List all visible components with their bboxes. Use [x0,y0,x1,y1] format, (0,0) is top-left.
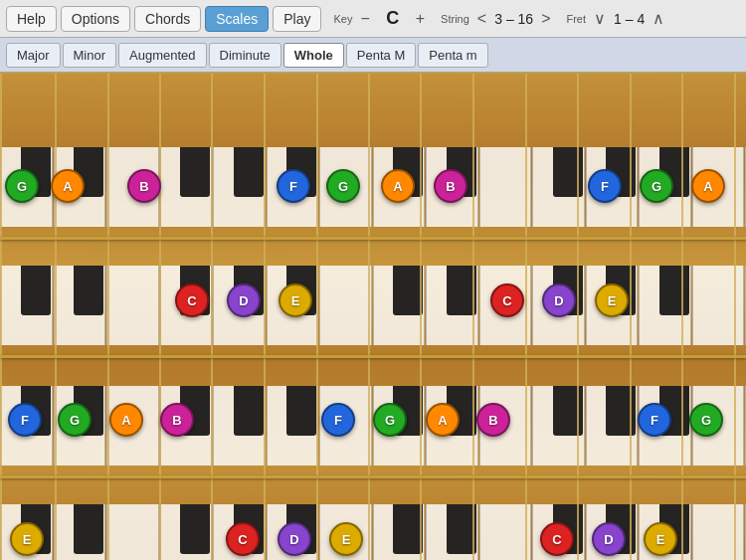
fret-line [264,74,266,560]
note-circle[interactable]: E [329,522,363,556]
options-button[interactable]: Options [61,6,130,32]
note-circle[interactable]: G [5,169,39,203]
note-circle[interactable]: E [595,283,629,317]
play-button[interactable]: Play [273,6,321,32]
note-circle[interactable]: E [10,522,44,556]
fret-next-button[interactable]: ∧ [649,7,668,30]
note-circle[interactable]: A [426,403,460,437]
fret-line [630,74,632,560]
fret-line [734,74,736,560]
fret-line [0,74,2,560]
piano-row [0,504,746,560]
note-circle[interactable]: A [691,169,725,203]
fret-line [525,74,527,560]
string-range: 3 – 16 [494,11,533,27]
note-circle[interactable]: B [160,403,194,437]
note-circle[interactable]: G [689,403,723,437]
toolbar: Help Options Chords Scales Play Key − C … [0,0,746,38]
chords-button[interactable]: Chords [134,6,201,32]
fret-prev-button[interactable]: ∨ [590,7,610,30]
key-value: C [378,8,408,29]
note-circle[interactable]: F [588,169,622,203]
string-label: String [441,13,469,25]
fret-line [55,74,57,560]
fret-line [420,74,422,560]
note-circle[interactable]: D [278,522,311,556]
note-circle[interactable]: B [476,403,510,437]
piano-row [0,266,746,345]
string-section: String < 3 – 16 > [441,8,554,30]
note-circle[interactable]: F [638,403,671,437]
note-circle[interactable]: C [490,283,524,317]
piano-row [0,147,746,227]
scale-tab-minor[interactable]: Minor [63,43,117,68]
note-circle[interactable]: G [58,403,92,437]
string-prev-button[interactable]: < [473,8,490,30]
note-circle[interactable]: B [127,169,161,203]
note-circle[interactable]: D [592,522,626,556]
key-label: Key [333,13,352,25]
scales-button[interactable]: Scales [205,6,269,32]
fret-line [107,74,109,560]
string-line [0,237,746,240]
scale-tabs: MajorMinorAugmentedDiminuteWholePenta MP… [0,38,746,74]
fret-range: 1 – 4 [614,11,645,27]
string-line [0,475,746,478]
note-circle[interactable]: E [279,283,312,317]
fretboard: GABFGABFGACDECDEFGABFGABFGECDECDE [0,74,746,560]
fret-line [368,74,370,560]
note-circle[interactable]: F [321,403,355,437]
note-circle[interactable]: C [226,522,260,556]
note-circle[interactable]: D [227,283,261,317]
string-next-button[interactable]: > [537,8,554,30]
key-section: Key − C + [333,8,429,30]
fret-label: Fret [566,13,586,25]
scale-tab-diminute[interactable]: Diminute [209,43,281,68]
string-line [0,355,746,358]
scale-tab-penta-m[interactable]: Penta m [418,43,487,68]
note-circle[interactable]: A [109,403,143,437]
scale-tab-penta-m[interactable]: Penta M [346,43,416,68]
note-circle[interactable]: G [373,403,407,437]
key-minus-button[interactable]: − [356,8,373,30]
fret-line [577,74,579,560]
fret-line [681,74,683,560]
fret-line [159,74,161,560]
scale-tab-augmented[interactable]: Augmented [118,43,207,68]
note-circle[interactable]: E [644,522,677,556]
note-circle[interactable]: C [540,522,574,556]
note-circle[interactable]: G [640,169,673,203]
scale-tab-whole[interactable]: Whole [283,43,344,68]
fret-line [472,74,474,560]
fret-line [316,74,318,560]
note-circle[interactable]: A [381,169,415,203]
fret-section: Fret ∨ 1 – 4 ∧ [566,7,668,30]
scale-tab-major[interactable]: Major [6,43,61,68]
note-circle[interactable]: G [326,169,360,203]
note-circle[interactable]: D [542,283,576,317]
help-button[interactable]: Help [6,6,57,32]
note-circle[interactable]: B [434,169,467,203]
key-plus-button[interactable]: + [412,8,429,30]
note-circle[interactable]: A [51,169,85,203]
note-circle[interactable]: F [8,403,42,437]
fret-line [211,74,213,560]
note-circle[interactable]: C [175,283,209,317]
note-circle[interactable]: F [277,169,310,203]
